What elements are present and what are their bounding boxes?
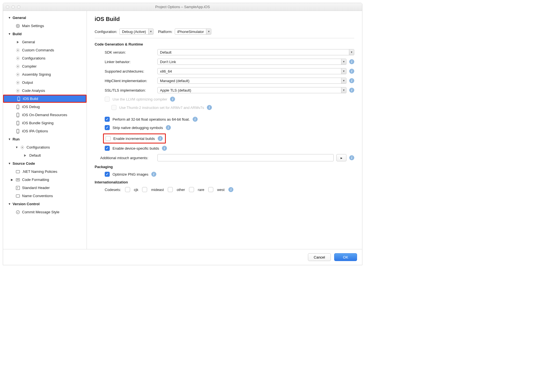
- sidebar-item-code-formatting[interactable]: ▶Code Formatting: [3, 176, 87, 184]
- info-icon[interactable]: i: [151, 172, 156, 177]
- incremental-highlight: Enable incremental buildsi: [103, 133, 166, 144]
- ssl-dropdown[interactable]: Apple TLS (default)▼: [157, 87, 346, 93]
- sidebar-section-build[interactable]: ▼Build: [3, 30, 87, 38]
- content-pane: iOS Build Configuration: Debug (Active)▼…: [87, 11, 362, 249]
- cancel-button[interactable]: Cancel: [308, 253, 331, 261]
- optimize-png-checkbox[interactable]: [105, 172, 110, 177]
- codeset-other-checkbox[interactable]: [168, 187, 173, 192]
- sidebar-item-code-analysis[interactable]: Code Analysis: [3, 87, 87, 95]
- sidebar-item-commit-style[interactable]: Commit Message Style: [3, 208, 87, 216]
- sidebar-item-configurations[interactable]: Configurations: [3, 54, 87, 62]
- thumb-checkbox: [111, 105, 116, 110]
- svg-point-0: [17, 25, 18, 27]
- info-icon[interactable]: i: [349, 69, 354, 74]
- float32-checkbox[interactable]: [105, 117, 110, 122]
- codeset-mideast-checkbox[interactable]: [142, 187, 147, 192]
- mtouch-input[interactable]: [157, 154, 334, 161]
- chevron-down-icon: ▼: [341, 68, 346, 74]
- phone-icon: [15, 121, 20, 126]
- gear-icon: [15, 88, 20, 93]
- gear-icon: [15, 72, 20, 77]
- phone-icon: [16, 96, 21, 101]
- info-icon[interactable]: i: [162, 146, 167, 151]
- configuration-dropdown[interactable]: Debug (Active)▼: [119, 28, 154, 35]
- tag-icon: [15, 169, 20, 174]
- arch-dropdown[interactable]: x86_64▼: [157, 68, 346, 74]
- info-icon[interactable]: i: [349, 88, 354, 93]
- linker-dropdown[interactable]: Don't Link▼: [157, 59, 346, 65]
- svg-point-4: [17, 66, 18, 67]
- project-options-window: Project Options – SampleApp.iOS ▼General…: [3, 3, 362, 265]
- packaging-title: Packaging: [95, 165, 354, 169]
- svg-point-17: [18, 132, 18, 133]
- sidebar-item-run-default[interactable]: Default: [3, 151, 87, 159]
- gear-icon: [15, 48, 20, 53]
- info-icon[interactable]: i: [158, 136, 163, 141]
- codesets-label: Codesets:: [105, 188, 121, 192]
- chevron-down-icon: ▼: [349, 49, 354, 55]
- svg-point-18: [22, 147, 23, 148]
- sdk-label: SDK version:: [95, 50, 157, 54]
- info-icon[interactable]: i: [349, 78, 354, 83]
- linker-label: Linker behavior:: [95, 60, 157, 64]
- mtouch-label: Additional mtouch arguments:: [95, 156, 157, 160]
- info-icon[interactable]: i: [228, 187, 233, 192]
- sidebar-section-general[interactable]: ▼General: [3, 14, 87, 22]
- codeset-rare-checkbox[interactable]: [189, 187, 194, 192]
- strip-label: Strip native debugging symbols: [113, 126, 163, 130]
- ok-button[interactable]: OK: [334, 253, 357, 261]
- configuration-label: Configuration:: [95, 30, 117, 34]
- sidebar-item-custom-commands[interactable]: Custom Commands: [3, 46, 87, 54]
- sidebar-item-naming-policies[interactable]: .NET Naming Policies: [3, 168, 87, 176]
- svg-point-27: [16, 211, 20, 214]
- sidebar-item-standard-header[interactable]: #Standard Header: [3, 184, 87, 192]
- info-icon[interactable]: i: [349, 59, 354, 64]
- play-icon: [23, 153, 28, 158]
- sidebar-item-ios-ipa[interactable]: iOS IPA Options: [3, 127, 87, 135]
- sidebar-item-ios-build[interactable]: iOS Build: [3, 95, 87, 103]
- sdk-dropdown[interactable]: Default▼: [157, 49, 354, 55]
- sidebar-item-ios-debug[interactable]: iOS Debug: [3, 103, 87, 111]
- sidebar-item-compiler[interactable]: Compiler: [3, 62, 87, 70]
- strip-checkbox[interactable]: [105, 125, 110, 130]
- sidebar-item-run-configurations[interactable]: ▼Configurations: [3, 143, 87, 151]
- sidebar-item-build-general[interactable]: General: [3, 38, 87, 46]
- sidebar-item-main-settings[interactable]: Main Settings: [3, 22, 87, 30]
- codeset-cjk-checkbox[interactable]: [125, 187, 130, 192]
- codegen-title: Code Generation & Runtime: [95, 42, 354, 46]
- window-title: Project Options – SampleApp.iOS: [3, 5, 362, 9]
- sidebar-item-output[interactable]: Output: [3, 78, 87, 87]
- svg-rect-20: [16, 170, 20, 173]
- sidebar-item-name-conventions[interactable]: Name Conventions: [3, 192, 87, 200]
- gear-icon: [15, 80, 20, 85]
- dialog-footer: Cancel OK: [3, 249, 362, 265]
- codeset-west-checkbox[interactable]: [208, 187, 213, 192]
- info-icon[interactable]: i: [207, 105, 212, 110]
- svg-marker-1: [17, 41, 19, 43]
- sidebar-item-assembly-signing[interactable]: Assembly Signing: [3, 70, 87, 78]
- mtouch-expand-button[interactable]: ▸: [336, 154, 346, 161]
- thumb-label: Use Thumb-2 instruction set for ARMv7 an…: [119, 106, 204, 110]
- http-dropdown[interactable]: Managed (default)▼: [157, 78, 346, 84]
- http-label: HttpClient implementation:: [95, 79, 157, 83]
- devicespec-checkbox[interactable]: [105, 146, 110, 151]
- phone-icon: [15, 104, 20, 109]
- svg-point-5: [17, 74, 18, 75]
- svg-point-15: [18, 124, 18, 125]
- sidebar-item-ios-bundle-signing[interactable]: iOS Bundle Signing: [3, 119, 87, 127]
- sidebar-section-source-code[interactable]: ▼Source Code: [3, 159, 87, 168]
- info-icon[interactable]: i: [170, 97, 175, 102]
- sidebar-item-ios-ondemand[interactable]: iOS On-Demand Resources: [3, 111, 87, 119]
- sidebar-section-run[interactable]: ▼Run: [3, 135, 87, 143]
- hash-icon: #: [15, 185, 20, 190]
- info-icon[interactable]: i: [193, 117, 198, 122]
- gear-icon: [15, 56, 20, 61]
- phone-icon: [15, 113, 20, 118]
- info-icon[interactable]: i: [349, 155, 354, 160]
- svg-point-6: [17, 82, 18, 83]
- platform-dropdown[interactable]: iPhoneSimulator▼: [175, 28, 211, 35]
- svg-marker-19: [24, 154, 26, 157]
- incremental-checkbox[interactable]: [106, 136, 111, 141]
- info-icon[interactable]: i: [166, 125, 171, 130]
- sidebar-section-version-control[interactable]: ▼Version Control: [3, 200, 87, 208]
